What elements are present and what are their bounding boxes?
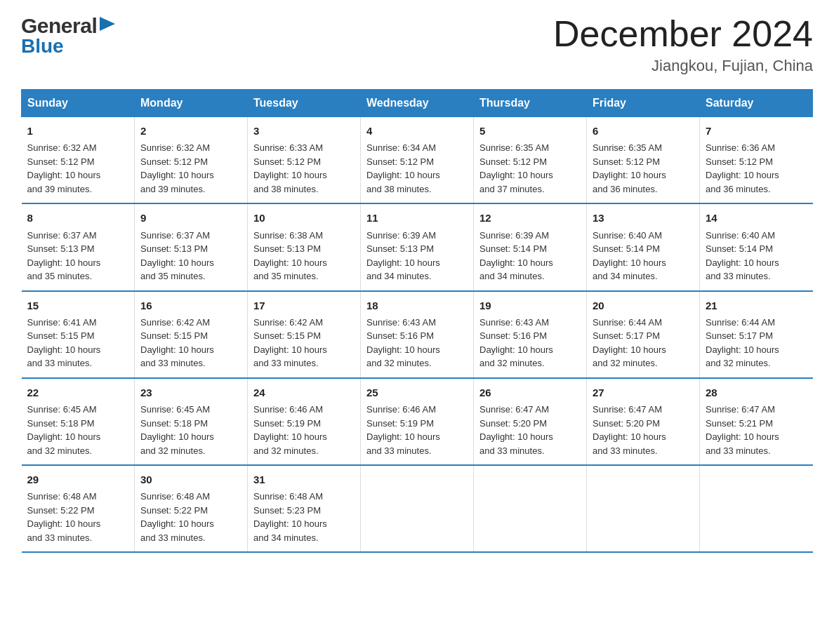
day-number: 7	[706, 123, 807, 139]
day-info: Sunrise: 6:47 AMSunset: 5:21 PMDaylight:…	[706, 403, 807, 457]
weekday-header-sunday: Sunday	[22, 90, 135, 117]
day-number: 15	[27, 297, 129, 314]
calendar-cell: 9Sunrise: 6:37 AMSunset: 5:13 PMDaylight…	[135, 203, 248, 290]
day-number: 22	[27, 384, 129, 401]
day-number: 27	[593, 384, 694, 401]
day-info: Sunrise: 6:32 AMSunset: 5:12 PMDaylight:…	[140, 141, 241, 196]
calendar-week-row: 1Sunrise: 6:32 AMSunset: 5:12 PMDaylight…	[22, 117, 813, 204]
day-number: 9	[140, 210, 241, 226]
calendar-cell: 15Sunrise: 6:41 AMSunset: 5:15 PMDayligh…	[22, 291, 135, 378]
calendar-table: SundayMondayTuesdayWednesdayThursdayFrid…	[21, 89, 813, 553]
day-info: Sunrise: 6:47 AMSunset: 5:20 PMDaylight:…	[593, 403, 694, 457]
calendar-cell: 10Sunrise: 6:38 AMSunset: 5:13 PMDayligh…	[248, 203, 361, 290]
weekday-header-monday: Monday	[135, 90, 248, 117]
weekday-header-friday: Friday	[587, 90, 700, 117]
day-info: Sunrise: 6:44 AMSunset: 5:17 PMDaylight:…	[593, 316, 694, 370]
day-info: Sunrise: 6:39 AMSunset: 5:13 PMDaylight:…	[366, 229, 468, 283]
day-info: Sunrise: 6:32 AMSunset: 5:12 PMDaylight:…	[27, 141, 129, 196]
calendar-cell: 4Sunrise: 6:34 AMSunset: 5:12 PMDaylight…	[361, 117, 474, 204]
day-info: Sunrise: 6:45 AMSunset: 5:18 PMDaylight:…	[27, 403, 129, 457]
calendar-cell: 20Sunrise: 6:44 AMSunset: 5:17 PMDayligh…	[587, 291, 700, 378]
day-number: 16	[140, 297, 241, 314]
day-number: 8	[27, 210, 129, 226]
calendar-cell: 14Sunrise: 6:40 AMSunset: 5:14 PMDayligh…	[700, 203, 813, 290]
day-number: 12	[479, 210, 581, 226]
day-info: Sunrise: 6:40 AMSunset: 5:14 PMDaylight:…	[593, 229, 694, 283]
day-info: Sunrise: 6:35 AMSunset: 5:12 PMDaylight:…	[593, 141, 694, 196]
calendar-cell: 6Sunrise: 6:35 AMSunset: 5:12 PMDaylight…	[587, 117, 700, 204]
day-number: 21	[706, 297, 807, 314]
day-info: Sunrise: 6:34 AMSunset: 5:12 PMDaylight:…	[366, 141, 468, 196]
logo-blue-text: Blue	[21, 35, 64, 58]
calendar-cell: 5Sunrise: 6:35 AMSunset: 5:12 PMDaylight…	[474, 117, 587, 204]
day-number: 13	[593, 210, 694, 226]
day-number: 25	[366, 384, 468, 401]
title-block: December 2024 Jiangkou, Fujian, China	[553, 14, 813, 75]
weekday-header-saturday: Saturday	[700, 90, 813, 117]
calendar-week-row: 15Sunrise: 6:41 AMSunset: 5:15 PMDayligh…	[22, 291, 813, 378]
day-number: 20	[593, 297, 694, 314]
day-info: Sunrise: 6:36 AMSunset: 5:12 PMDaylight:…	[706, 141, 807, 196]
calendar-cell: 12Sunrise: 6:39 AMSunset: 5:14 PMDayligh…	[474, 203, 587, 290]
calendar-cell: 31Sunrise: 6:48 AMSunset: 5:23 PMDayligh…	[248, 465, 361, 552]
calendar-cell: 29Sunrise: 6:48 AMSunset: 5:22 PMDayligh…	[22, 465, 135, 552]
day-info: Sunrise: 6:48 AMSunset: 5:23 PMDaylight:…	[253, 490, 355, 544]
day-info: Sunrise: 6:33 AMSunset: 5:12 PMDaylight:…	[253, 141, 355, 196]
day-info: Sunrise: 6:43 AMSunset: 5:16 PMDaylight:…	[366, 316, 468, 370]
calendar-week-row: 8Sunrise: 6:37 AMSunset: 5:13 PMDaylight…	[22, 203, 813, 290]
calendar-cell: 26Sunrise: 6:47 AMSunset: 5:20 PMDayligh…	[474, 378, 587, 465]
day-number: 26	[479, 384, 581, 401]
day-info: Sunrise: 6:45 AMSunset: 5:18 PMDaylight:…	[140, 403, 241, 457]
calendar-cell: 17Sunrise: 6:42 AMSunset: 5:15 PMDayligh…	[248, 291, 361, 378]
day-number: 31	[253, 471, 355, 488]
calendar-cell	[700, 465, 813, 552]
calendar-cell: 18Sunrise: 6:43 AMSunset: 5:16 PMDayligh…	[361, 291, 474, 378]
calendar-cell	[587, 465, 700, 552]
day-number: 10	[253, 210, 355, 226]
day-number: 28	[706, 384, 807, 401]
day-number: 23	[140, 384, 241, 401]
calendar-cell: 22Sunrise: 6:45 AMSunset: 5:18 PMDayligh…	[22, 378, 135, 465]
day-info: Sunrise: 6:43 AMSunset: 5:16 PMDaylight:…	[479, 316, 581, 370]
calendar-cell: 27Sunrise: 6:47 AMSunset: 5:20 PMDayligh…	[587, 378, 700, 465]
svg-marker-0	[100, 17, 115, 31]
page-header: General Blue December 2024 Jiangkou, Fuj…	[21, 14, 813, 75]
day-number: 24	[253, 384, 355, 401]
day-number: 2	[140, 123, 241, 139]
calendar-cell: 2Sunrise: 6:32 AMSunset: 5:12 PMDaylight…	[135, 117, 248, 204]
day-number: 30	[140, 471, 241, 488]
calendar-cell: 8Sunrise: 6:37 AMSunset: 5:13 PMDaylight…	[22, 203, 135, 290]
day-number: 19	[479, 297, 581, 314]
day-number: 29	[27, 471, 129, 488]
calendar-cell	[474, 465, 587, 552]
day-number: 11	[366, 210, 468, 226]
day-info: Sunrise: 6:37 AMSunset: 5:13 PMDaylight:…	[140, 229, 241, 283]
calendar-cell: 23Sunrise: 6:45 AMSunset: 5:18 PMDayligh…	[135, 378, 248, 465]
day-number: 3	[253, 123, 355, 139]
calendar-cell: 25Sunrise: 6:46 AMSunset: 5:19 PMDayligh…	[361, 378, 474, 465]
day-info: Sunrise: 6:37 AMSunset: 5:13 PMDaylight:…	[27, 229, 129, 283]
logo-general-text: General	[21, 14, 97, 38]
weekday-header-wednesday: Wednesday	[361, 90, 474, 117]
day-number: 4	[366, 123, 468, 139]
day-info: Sunrise: 6:48 AMSunset: 5:22 PMDaylight:…	[140, 490, 241, 544]
calendar-cell: 13Sunrise: 6:40 AMSunset: 5:14 PMDayligh…	[587, 203, 700, 290]
calendar-cell	[361, 465, 474, 552]
main-title: December 2024	[553, 14, 813, 54]
day-info: Sunrise: 6:41 AMSunset: 5:15 PMDaylight:…	[27, 316, 129, 370]
calendar-cell: 19Sunrise: 6:43 AMSunset: 5:16 PMDayligh…	[474, 291, 587, 378]
day-info: Sunrise: 6:46 AMSunset: 5:19 PMDaylight:…	[366, 403, 468, 457]
calendar-week-row: 22Sunrise: 6:45 AMSunset: 5:18 PMDayligh…	[22, 378, 813, 465]
calendar-cell: 24Sunrise: 6:46 AMSunset: 5:19 PMDayligh…	[248, 378, 361, 465]
weekday-header-thursday: Thursday	[474, 90, 587, 117]
day-info: Sunrise: 6:48 AMSunset: 5:22 PMDaylight:…	[27, 490, 129, 544]
calendar-cell: 7Sunrise: 6:36 AMSunset: 5:12 PMDaylight…	[700, 117, 813, 204]
day-info: Sunrise: 6:46 AMSunset: 5:19 PMDaylight:…	[253, 403, 355, 457]
calendar-cell: 16Sunrise: 6:42 AMSunset: 5:15 PMDayligh…	[135, 291, 248, 378]
day-info: Sunrise: 6:42 AMSunset: 5:15 PMDaylight:…	[253, 316, 355, 370]
day-number: 5	[479, 123, 581, 139]
day-info: Sunrise: 6:39 AMSunset: 5:14 PMDaylight:…	[479, 229, 581, 283]
day-number: 18	[366, 297, 468, 314]
calendar-cell: 30Sunrise: 6:48 AMSunset: 5:22 PMDayligh…	[135, 465, 248, 552]
day-info: Sunrise: 6:44 AMSunset: 5:17 PMDaylight:…	[706, 316, 807, 370]
